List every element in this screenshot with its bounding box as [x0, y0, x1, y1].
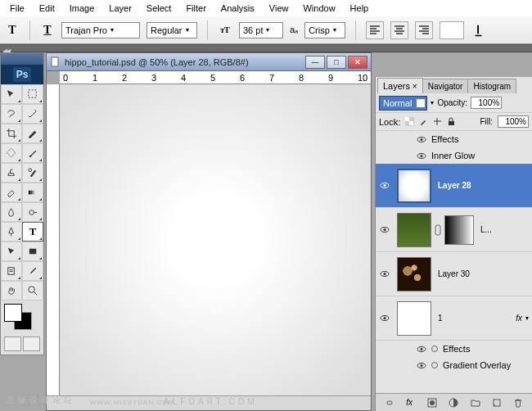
- align-right-button[interactable]: [415, 21, 433, 39]
- svg-point-14: [421, 138, 423, 141]
- layer-row[interactable]: Layer 28: [376, 164, 532, 208]
- dodge-tool[interactable]: [22, 202, 43, 222]
- font-style-dropdown[interactable]: Regular▾: [147, 22, 197, 38]
- visibility-toggle[interactable]: [376, 270, 394, 278]
- mask-button-icon[interactable]: [427, 398, 437, 408]
- toolbox-header[interactable]: [1, 53, 43, 65]
- toolbox: Ps T: [0, 52, 44, 355]
- notes-tool[interactable]: [1, 261, 22, 281]
- layer-thumbnail[interactable]: [397, 257, 431, 291]
- fx-badge[interactable]: fx: [516, 314, 522, 323]
- lock-transparent-icon[interactable]: [405, 117, 414, 126]
- tab-histogram[interactable]: Histogram: [467, 79, 516, 93]
- marquee-tool[interactable]: [22, 84, 43, 104]
- group-icon[interactable]: [471, 398, 480, 408]
- lock-all-icon[interactable]: [447, 117, 456, 126]
- menu-window[interactable]: Window: [296, 2, 341, 15]
- tab-layers[interactable]: Layers ×: [377, 78, 423, 93]
- history-brush-tool[interactable]: [22, 163, 43, 183]
- svg-rect-8: [52, 57, 58, 66]
- fill-value[interactable]: 100%: [498, 115, 529, 128]
- lock-brush-icon[interactable]: [419, 117, 428, 126]
- layer-thumbnail[interactable]: [397, 169, 431, 203]
- brush-tool[interactable]: [22, 143, 43, 163]
- effect-inner-glow[interactable]: Inner Glow: [376, 147, 532, 164]
- eraser-tool[interactable]: [1, 183, 22, 202]
- healing-brush-tool[interactable]: [1, 143, 22, 163]
- antialias-dropdown[interactable]: Crisp▾: [304, 22, 345, 38]
- layer-row[interactable]: 1 fx▾: [376, 296, 532, 341]
- slice-tool[interactable]: [22, 124, 43, 143]
- visibility-toggle[interactable]: [376, 314, 394, 322]
- maximize-button[interactable]: □: [327, 56, 346, 69]
- blend-mode-dropdown[interactable]: Normal: [379, 96, 427, 111]
- fill-label: Fill:: [480, 117, 493, 126]
- menu-analysis[interactable]: Analysis: [214, 2, 261, 15]
- menu-select[interactable]: Select: [140, 2, 178, 15]
- opacity-value[interactable]: 100%: [471, 97, 502, 109]
- adjustment-layer-icon[interactable]: [449, 398, 458, 408]
- standard-mode-button[interactable]: [4, 336, 21, 351]
- layer-name[interactable]: 1: [435, 314, 516, 323]
- quick-mask-button[interactable]: [23, 336, 40, 351]
- menu-help[interactable]: Help: [344, 2, 376, 15]
- close-button[interactable]: ✕: [348, 56, 367, 69]
- clone-stamp-tool[interactable]: [1, 163, 22, 183]
- effects-row[interactable]: Effects: [376, 131, 532, 147]
- visibility-toggle[interactable]: [376, 182, 394, 189]
- zoom-tool[interactable]: [22, 281, 43, 300]
- lasso-tool[interactable]: [1, 104, 22, 124]
- panel-footer: fx: [376, 393, 532, 411]
- warp-text-icon[interactable]: I̲: [471, 23, 485, 38]
- menu-file[interactable]: File: [3, 2, 31, 15]
- ruler-vertical[interactable]: [47, 84, 60, 395]
- mask-thumbnail[interactable]: [444, 215, 474, 245]
- type-tool[interactable]: T: [22, 222, 43, 242]
- lock-position-icon[interactable]: [433, 117, 442, 126]
- hand-tool[interactable]: [1, 281, 22, 300]
- font-family-dropdown[interactable]: Trajan Pro▾: [61, 22, 140, 38]
- menu-layer[interactable]: Layer: [102, 2, 138, 15]
- visibility-toggle[interactable]: [376, 226, 394, 233]
- orientation-icon[interactable]: T: [40, 23, 55, 38]
- minimize-button[interactable]: —: [305, 56, 325, 69]
- tab-navigator[interactable]: Navigator: [422, 79, 469, 93]
- move-tool[interactable]: [1, 84, 22, 104]
- layer-thumbnail[interactable]: [397, 213, 431, 247]
- link-layers-icon[interactable]: [385, 398, 394, 408]
- crop-tool[interactable]: [1, 124, 22, 143]
- title-bar[interactable]: hippo_tutorial.psd @ 50% (Layer 28, RGB/…: [47, 53, 371, 71]
- align-center-button[interactable]: [390, 21, 408, 39]
- layer-row[interactable]: L...: [376, 208, 532, 252]
- text-color-swatch[interactable]: [440, 21, 464, 39]
- ruler-horizontal[interactable]: 0 1 2 3 4 5 6 7 8 9 10: [60, 71, 371, 84]
- menu-edit[interactable]: Edit: [33, 2, 61, 15]
- fx-button[interactable]: fx: [406, 398, 413, 407]
- menu-view[interactable]: View: [263, 2, 295, 15]
- blur-tool[interactable]: [1, 202, 22, 222]
- pen-tool[interactable]: [1, 222, 22, 242]
- new-layer-icon[interactable]: [492, 398, 502, 408]
- layer-name[interactable]: L...: [477, 225, 532, 234]
- canvas[interactable]: [60, 84, 371, 395]
- layer-row[interactable]: Layer 30: [376, 252, 532, 296]
- svg-point-27: [421, 348, 423, 350]
- path-selection-tool[interactable]: [1, 242, 22, 261]
- foreground-color[interactable]: [4, 304, 22, 322]
- panel-dock-bar[interactable]: ◀◀: [0, 44, 532, 52]
- menu-filter[interactable]: Filter: [179, 2, 212, 15]
- magic-wand-tool[interactable]: [22, 104, 43, 124]
- font-size-dropdown[interactable]: 36 pt▾: [239, 22, 283, 38]
- layer-thumbnail[interactable]: [397, 301, 431, 336]
- align-left-button[interactable]: [366, 21, 384, 39]
- layer-name[interactable]: Layer 30: [435, 269, 532, 278]
- effect-gradient-overlay[interactable]: Gradient Overlay: [376, 357, 532, 373]
- color-swatches[interactable]: [1, 300, 43, 333]
- menu-image[interactable]: Image: [63, 2, 101, 15]
- rectangle-tool[interactable]: [22, 242, 43, 261]
- effects-row[interactable]: Effects: [376, 341, 532, 357]
- layer-name[interactable]: Layer 28: [435, 181, 532, 190]
- eyedropper-tool[interactable]: [22, 261, 43, 281]
- trash-icon[interactable]: [513, 398, 523, 408]
- gradient-tool[interactable]: [22, 183, 43, 202]
